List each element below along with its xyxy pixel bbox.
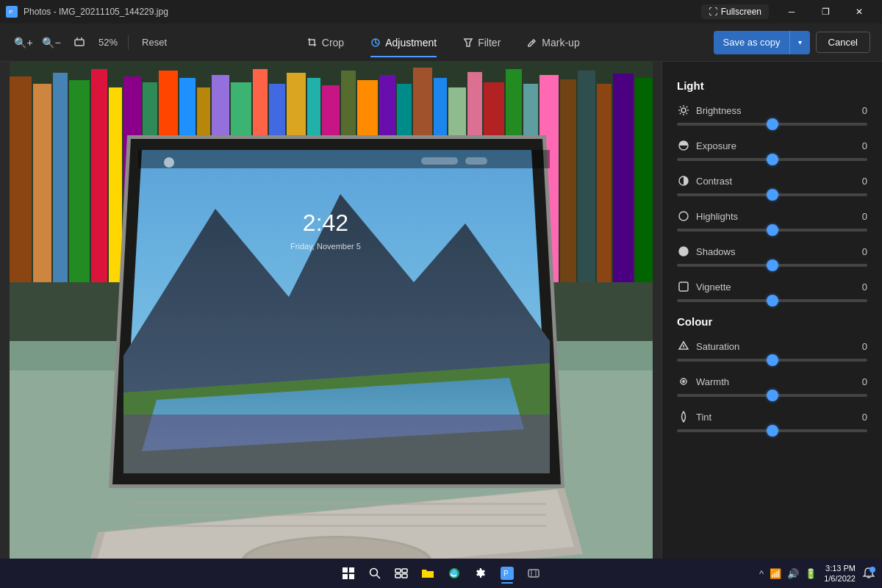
- brightness-slider[interactable]: [677, 123, 867, 126]
- saturation-thumb[interactable]: [767, 354, 778, 366]
- svg-point-89: [370, 569, 378, 576]
- taskbar-time-text: 3:13 PM: [824, 563, 856, 573]
- svg-rect-81: [679, 282, 688, 291]
- taskbar-taskview-button[interactable]: [390, 562, 413, 585]
- tint-value: 0: [856, 412, 867, 423]
- svg-rect-2: [75, 40, 84, 46]
- saturation-header: Saturation 0: [677, 340, 867, 353]
- toolbar-left: 🔍+ 🔍− 52% Reset: [12, 31, 173, 54]
- vignette-slider-row: Vignette 0: [677, 280, 867, 302]
- shadows-icon: [677, 245, 690, 258]
- fit-button[interactable]: [68, 31, 91, 54]
- brightness-thumb[interactable]: [767, 118, 778, 130]
- shadows-header: Shadows 0: [677, 245, 867, 258]
- exposure-slider[interactable]: [677, 158, 867, 161]
- taskbar-edge-button[interactable]: [442, 562, 466, 585]
- highlights-thumb[interactable]: [767, 224, 778, 236]
- taskbar-start-button[interactable]: [337, 562, 360, 585]
- svg-rect-49: [135, 503, 546, 505]
- toolbar-separator: [128, 35, 129, 50]
- tint-slider[interactable]: [677, 429, 867, 432]
- contrast-slider-row: Contrast 0: [677, 174, 867, 196]
- exposure-thumb[interactable]: [767, 154, 778, 165]
- highlights-value: 0: [856, 211, 867, 222]
- warmth-thumb[interactable]: [767, 390, 778, 401]
- warmth-header: Warmth 0: [677, 375, 867, 388]
- saturation-slider[interactable]: [677, 359, 867, 362]
- tab-markup[interactable]: Mark-up: [515, 32, 591, 53]
- vignette-label: Vignette: [677, 280, 731, 293]
- brightness-label: Brightness: [677, 104, 741, 117]
- tab-crop[interactable]: Crop: [295, 32, 356, 53]
- brightness-icon: [677, 104, 690, 117]
- window-title: Photos - IMG_20211105_144229.jpg: [24, 7, 168, 17]
- highlights-label: Highlights: [677, 209, 738, 223]
- taskbar-photos-button[interactable]: P: [495, 562, 519, 585]
- highlights-slider[interactable]: [677, 229, 867, 232]
- svg-rect-11: [33, 84, 51, 282]
- contrast-thumb[interactable]: [767, 189, 778, 201]
- right-panel: Light: [662, 62, 882, 559]
- svg-rect-92: [402, 569, 407, 573]
- taskbar-settings-button[interactable]: [469, 562, 492, 585]
- svg-rect-43: [613, 74, 634, 282]
- window-controls: ─ ❐ ✕: [775, 0, 876, 24]
- zoom-in-button[interactable]: 🔍+: [12, 31, 35, 54]
- cancel-button[interactable]: Cancel: [816, 32, 870, 53]
- svg-rect-13: [69, 80, 90, 282]
- fullscreen-button[interactable]: ⛶ Fullscreen: [701, 4, 769, 19]
- restore-button[interactable]: ❐: [808, 0, 842, 24]
- saturation-label: Saturation: [677, 340, 739, 353]
- tray-chevron-icon[interactable]: ^: [758, 567, 765, 581]
- svg-rect-66: [421, 157, 458, 165]
- battery-icon[interactable]: 🔋: [803, 567, 818, 581]
- svg-rect-14: [91, 69, 107, 282]
- taskbar-extra-button[interactable]: [522, 562, 545, 585]
- svg-rect-12: [53, 73, 68, 282]
- vignette-thumb[interactable]: [767, 295, 778, 306]
- taskbar-right: ^ 📶 🔊 🔋 3:13 PM 1/6/2022: [758, 563, 876, 584]
- warmth-slider-row: Warmth 0: [677, 375, 867, 397]
- taskbar-search-button[interactable]: [363, 562, 387, 585]
- shadows-thumb[interactable]: [767, 259, 778, 271]
- save-copy-dropdown-arrow[interactable]: ▾: [789, 31, 810, 54]
- tint-header: Tint 0: [677, 410, 867, 423]
- taskbar-explorer-button[interactable]: [416, 562, 440, 585]
- warmth-icon: [677, 375, 690, 388]
- svg-rect-51: [123, 525, 546, 527]
- svg-line-73: [680, 107, 681, 107]
- reset-button[interactable]: Reset: [136, 34, 173, 51]
- app-icon: P: [6, 6, 18, 18]
- zoom-out-icon: 🔍−: [42, 37, 60, 49]
- tint-label: Tint: [677, 410, 711, 423]
- warmth-slider[interactable]: [677, 394, 867, 397]
- toolbar-right: Save as copy ▾ Cancel: [714, 31, 870, 54]
- exposure-value: 0: [856, 140, 867, 151]
- svg-rect-40: [560, 79, 576, 282]
- zoom-level: 52%: [96, 37, 121, 48]
- zoom-out-button[interactable]: 🔍−: [40, 31, 63, 54]
- save-copy-button[interactable]: Save as copy ▾: [714, 31, 809, 54]
- svg-marker-6: [465, 39, 472, 46]
- close-button[interactable]: ✕: [842, 0, 876, 24]
- tint-thumb[interactable]: [767, 425, 778, 437]
- svg-line-75: [680, 113, 681, 114]
- vignette-header: Vignette 0: [677, 280, 867, 293]
- vignette-slider[interactable]: [677, 299, 867, 302]
- minimize-button[interactable]: ─: [775, 0, 808, 24]
- network-icon[interactable]: 📶: [768, 567, 783, 581]
- toolbar-tabs: Crop Adjustment Filter Mark-up: [179, 32, 708, 53]
- taskbar-clock[interactable]: 3:13 PM 1/6/2022: [824, 563, 856, 584]
- notification-center-button[interactable]: [861, 566, 876, 581]
- volume-icon[interactable]: 🔊: [786, 567, 800, 581]
- contrast-slider[interactable]: [677, 193, 867, 196]
- saturation-icon: [677, 340, 690, 353]
- brightness-slider-row: Brightness 0: [677, 104, 867, 126]
- contrast-label: Contrast: [677, 174, 732, 187]
- tab-filter[interactable]: Filter: [451, 32, 512, 53]
- svg-line-74: [686, 113, 687, 114]
- shadows-slider[interactable]: [677, 264, 867, 267]
- brightness-header: Brightness 0: [677, 104, 867, 117]
- svg-rect-15: [109, 87, 122, 282]
- tab-adjustment[interactable]: Adjustment: [359, 32, 448, 53]
